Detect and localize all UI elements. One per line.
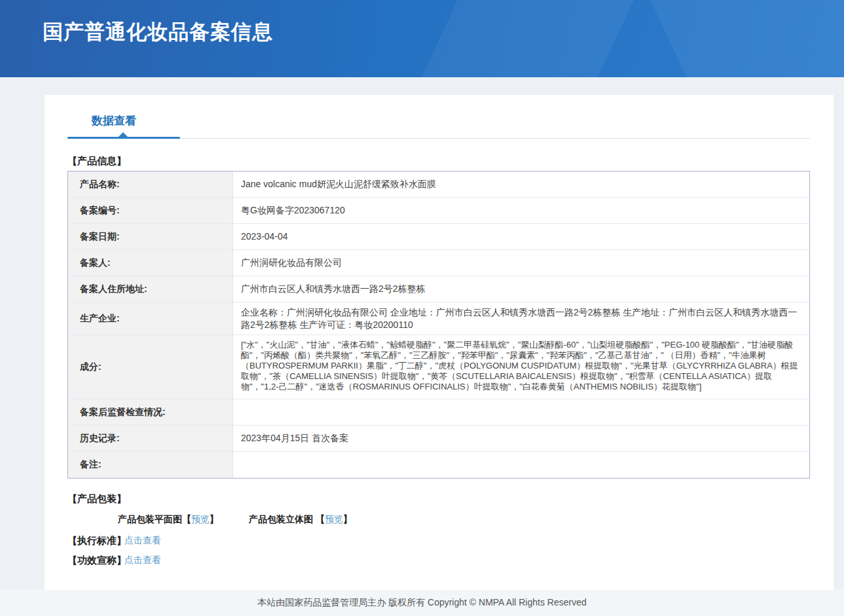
field-label: 生产企业: xyxy=(68,302,233,335)
field-value xyxy=(233,399,809,425)
page-footer: 本站由国家药品监督管理局主办 版权所有 Copyright © NMPA All… xyxy=(0,590,844,616)
table-row: 备案人住所地址: 广州市白云区人和镇秀水塘西一路2号2栋整栋 xyxy=(68,276,809,302)
packaging-stereo-label: 产品包装立体图 xyxy=(249,514,316,524)
page-header: 国产普通化妆品备案信息 xyxy=(0,0,844,77)
table-row: 备案日期: 2023-04-04 xyxy=(68,224,809,250)
field-value: Jane volcanic mud妍泥火山泥舒缓紧致补水面膜 xyxy=(233,172,809,197)
table-row: 生产企业: 企业名称：广州润研化妆品有限公司 企业地址：广州市白云区人和镇秀水塘… xyxy=(68,302,809,335)
packaging-flat-item: 产品包装平面图【预览】 xyxy=(118,514,219,526)
field-label: 产品名称: xyxy=(68,172,233,197)
field-value xyxy=(233,452,809,478)
content-card: 数据查看 【产品信息】 产品名称: Jane volcanic mud妍泥火山泥… xyxy=(45,95,834,590)
footer-copyright: 本站由国家药品监督管理局主办 版权所有 Copyright © NMPA All… xyxy=(257,597,586,609)
exec-standard-view-link[interactable]: 点击查看 xyxy=(124,535,161,547)
table-row: 备案后监督检查情况: xyxy=(68,399,809,426)
bracket-open: 【 xyxy=(182,514,191,524)
field-value: 广州市白云区人和镇秀水塘西一路2号2栋整栋 xyxy=(233,276,809,302)
packaging-flat-preview-link[interactable]: 预览 xyxy=(191,514,210,524)
packaging-stereo-item: 产品包装立体图 【预览】 xyxy=(249,514,352,526)
field-label: 备案编号: xyxy=(68,198,233,223)
tab-caret-icon xyxy=(118,132,128,137)
field-label: 备注: xyxy=(68,452,233,478)
field-label: 成分: xyxy=(68,335,233,399)
bracket-open: 【 xyxy=(316,514,325,524)
field-label: 备案人: xyxy=(68,250,233,276)
table-row: 产品名称: Jane volcanic mud妍泥火山泥舒缓紧致补水面膜 xyxy=(68,172,809,198)
packaging-stereo-preview-link[interactable]: 预览 xyxy=(325,514,343,524)
product-info-table: 产品名称: Jane volcanic mud妍泥火山泥舒缓紧致补水面膜 备案编… xyxy=(67,171,810,479)
field-label: 备案人住所地址: xyxy=(68,276,233,302)
field-value: ["水"，"火山泥"，"甘油"，"液体石蜡"，"鲸蜡硬脂醇"，"聚二甲基硅氧烷"… xyxy=(233,335,809,399)
page-title: 国产普通化妆品备案信息 xyxy=(43,18,273,46)
bracket-close: 】 xyxy=(210,514,219,524)
product-info-heading: 【产品信息】 xyxy=(67,155,126,168)
table-row: 成分: ["水"，"火山泥"，"甘油"，"液体石蜡"，"鲸蜡硬脂醇"，"聚二甲基… xyxy=(68,335,809,399)
efficacy-view-link[interactable]: 点击查看 xyxy=(124,554,161,566)
table-row: 备注: xyxy=(68,452,809,478)
field-value: 2023年04月15日 首次备案 xyxy=(233,426,809,451)
exec-standard-heading: 【执行标准】 xyxy=(67,535,126,547)
bracket-close: 】 xyxy=(343,514,352,524)
field-label: 备案日期: xyxy=(68,224,233,249)
packaging-heading: 【产品包装】 xyxy=(67,493,126,505)
field-label: 备案后监督检查情况: xyxy=(68,399,233,425)
field-value: 企业名称：广州润研化妆品有限公司 企业地址：广州市白云区人和镇秀水塘西一路2号2… xyxy=(233,302,809,335)
field-value: 2023-04-04 xyxy=(233,224,809,249)
packaging-flat-label: 产品包装平面图 xyxy=(118,514,182,524)
tab-data-view[interactable]: 数据查看 xyxy=(92,113,136,128)
field-label: 历史记录: xyxy=(68,426,233,451)
table-row: 备案编号: 粤G妆网备字2023067120 xyxy=(68,198,809,224)
field-value: 粤G妆网备字2023067120 xyxy=(233,198,809,223)
efficacy-heading: 【功效宣称】 xyxy=(67,554,126,567)
table-row: 历史记录: 2023年04月15日 首次备案 xyxy=(68,426,809,452)
table-row: 备案人: 广州润研化妆品有限公司 xyxy=(68,250,809,276)
field-value: 广州润研化妆品有限公司 xyxy=(233,250,809,276)
